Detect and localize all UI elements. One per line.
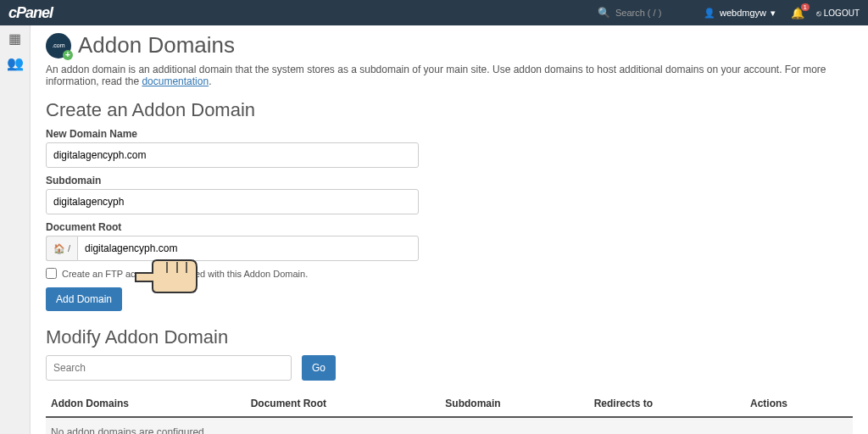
ftp-checkbox[interactable]	[46, 268, 57, 279]
add-domain-button[interactable]: Add Domain	[46, 287, 122, 311]
documentation-link[interactable]: documentation	[142, 75, 209, 87]
modify-heading: Modify Addon Domain	[46, 326, 853, 348]
logout-button[interactable]: ⎋ LOGOUT	[811, 8, 860, 18]
addon-domains-table: Addon Domains Document Root Subdomain Re…	[46, 391, 853, 434]
username-label: webdmgyw	[720, 8, 766, 18]
left-sidebar: ▦ 👥	[0, 25, 31, 434]
cpanel-logo: cPanel	[8, 4, 53, 22]
docroot-input[interactable]	[77, 236, 419, 261]
go-button[interactable]: Go	[302, 355, 336, 381]
col-redirects-to: Redirects to	[589, 391, 745, 417]
header-search: 🔍	[598, 7, 683, 19]
sidebar-item-users[interactable]: 👥	[7, 55, 24, 71]
page-title: Addon Domains	[78, 32, 235, 58]
table-row-empty: No addon domains are configured.	[46, 417, 853, 434]
sidebar-item-apps[interactable]: ▦	[8, 31, 21, 47]
top-header: cPanel 🔍 👤 webdmgyw ▾ 🔔 1 ⎋ LOGOUT	[0, 0, 868, 25]
plus-icon: +	[63, 50, 73, 60]
docroot-label: Document Root	[46, 221, 853, 233]
main-content: .com + Addon Domains An addon domain is …	[31, 25, 868, 434]
user-icon: 👤	[704, 8, 715, 19]
create-heading: Create an Addon Domain	[46, 99, 853, 121]
col-subdomain: Subdomain	[440, 391, 588, 417]
modify-search-input[interactable]	[46, 355, 292, 381]
col-document-root: Document Root	[246, 391, 441, 417]
home-icon: 🏠	[53, 243, 65, 254]
subdomain-label: Subdomain	[46, 175, 853, 186]
new-domain-input[interactable]	[46, 142, 419, 168]
home-prefix: 🏠 /	[46, 236, 77, 261]
col-addon-domains: Addon Domains	[46, 391, 246, 417]
notification-badge: 1	[801, 3, 810, 11]
search-icon: 🔍	[598, 7, 610, 19]
empty-message: No addon domains are configured.	[46, 417, 853, 434]
search-input[interactable]	[615, 8, 683, 18]
logout-icon: ⎋	[816, 8, 821, 18]
notifications-button[interactable]: 🔔 1	[784, 7, 811, 19]
new-domain-label: New Domain Name	[46, 128, 853, 140]
addon-domains-icon: .com +	[46, 33, 71, 58]
ftp-checkbox-label: Create an FTP account associated with th…	[62, 269, 308, 279]
chevron-down-icon: ▾	[771, 8, 776, 19]
page-description: An addon domain is an additional domain …	[46, 64, 853, 87]
user-menu-button[interactable]: 👤 webdmgyw ▾	[695, 8, 784, 19]
col-actions: Actions	[745, 391, 853, 417]
subdomain-input[interactable]	[46, 189, 419, 214]
